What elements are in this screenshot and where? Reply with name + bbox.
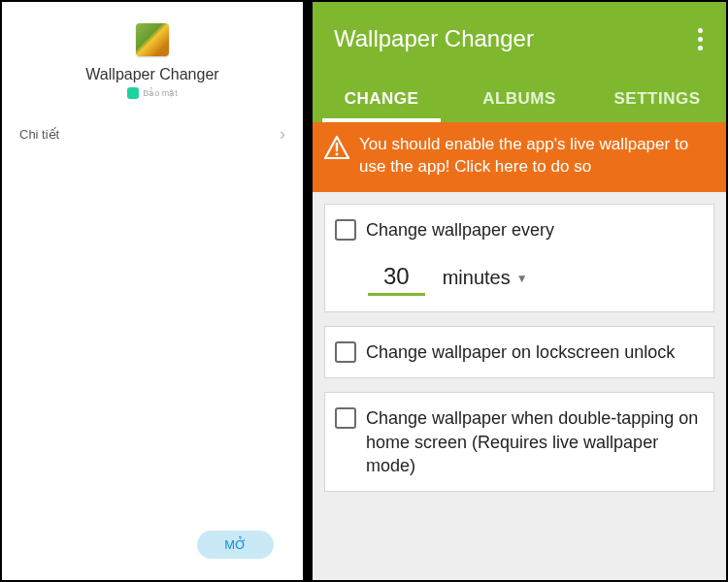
label-change-every: Change wallpaper every xyxy=(366,218,554,242)
overflow-menu-icon[interactable] xyxy=(692,22,709,56)
open-button[interactable]: MỞ xyxy=(197,531,274,559)
label-lockscreen: Change wallpaper on lockscreen unlock xyxy=(366,340,675,364)
app-icon xyxy=(136,23,169,56)
tab-change[interactable]: CHANGE xyxy=(313,76,450,122)
app-bar-title: Wallpaper Changer xyxy=(334,25,534,52)
interval-value-input[interactable]: 30 xyxy=(368,263,425,296)
details-row[interactable]: Chi tiết › xyxy=(2,109,303,160)
tab-albums[interactable]: ALBUMS xyxy=(450,76,588,122)
interval-control: 30 minutes ▼ xyxy=(368,263,528,296)
store-pane: Wallpaper Changer Bảo mật Chi tiết › MỞ xyxy=(2,2,303,580)
label-doubletap: Change wallpaper when double-tapping on … xyxy=(366,406,702,477)
app-pane: Wallpaper Changer CHANGE ALBUMS SETTINGS… xyxy=(303,2,726,580)
warning-icon xyxy=(324,136,349,163)
options-list: Change wallpaper every 30 minutes ▼ Chan… xyxy=(313,192,726,580)
enable-wallpaper-banner[interactable]: You should enable the app's live wallpap… xyxy=(313,122,726,192)
option-change-every: Change wallpaper every 30 minutes ▼ xyxy=(324,204,714,312)
svg-point-1 xyxy=(336,153,339,156)
option-doubletap: Change wallpaper when double-tapping on … xyxy=(324,392,714,492)
banner-text: You should enable the app's live wallpap… xyxy=(359,134,712,178)
interval-unit-label: minutes xyxy=(443,267,511,289)
app-bar: Wallpaper Changer xyxy=(313,2,726,76)
app-icon-container xyxy=(2,23,303,56)
checkbox-lockscreen[interactable] xyxy=(335,341,356,363)
chevron-right-icon: › xyxy=(280,124,285,145)
option-lockscreen: Change wallpaper on lockscreen unlock xyxy=(324,326,714,378)
screenshot-frame: Wallpaper Changer Bảo mật Chi tiết › MỞ … xyxy=(0,0,728,582)
security-badge: Bảo mật xyxy=(2,87,303,99)
caret-down-icon: ▼ xyxy=(516,272,528,285)
checkbox-change-every[interactable] xyxy=(335,219,356,241)
tab-bar: CHANGE ALBUMS SETTINGS xyxy=(313,76,726,122)
interval-unit-dropdown[interactable]: minutes ▼ xyxy=(443,267,528,289)
tab-settings[interactable]: SETTINGS xyxy=(588,76,726,122)
shield-icon xyxy=(127,87,139,99)
details-label: Chi tiết xyxy=(19,127,59,142)
badge-label: Bảo mật xyxy=(143,88,178,98)
store-app-title: Wallpaper Changer xyxy=(2,66,303,83)
checkbox-doubletap[interactable] xyxy=(335,407,356,429)
